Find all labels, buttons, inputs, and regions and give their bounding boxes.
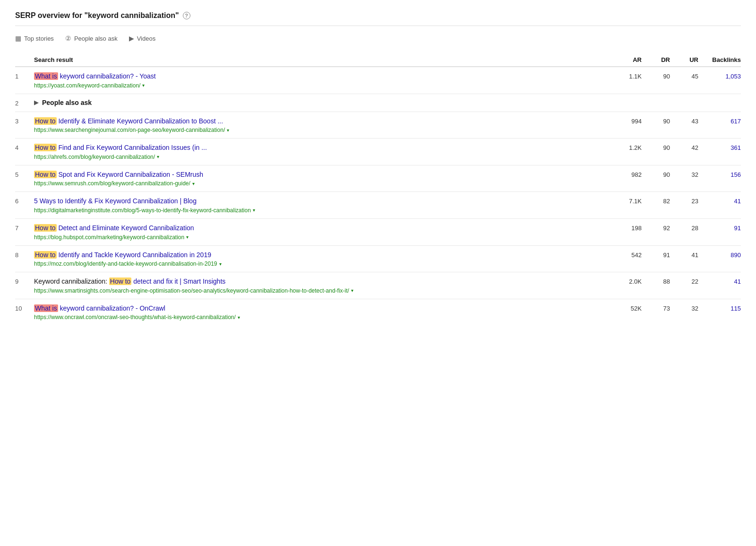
paa-content[interactable]: ▶ People also ask <box>34 99 604 106</box>
url-text: https://www.oncrawl.com/oncrawl-seo-thou… <box>34 314 236 321</box>
metric-ur: 28 <box>670 224 698 232</box>
metric-backlinks[interactable]: 41 <box>698 277 741 285</box>
top-stories-icon: ▦ <box>15 35 21 42</box>
highlight-how-to: How to <box>34 224 57 232</box>
feature-tabs: ▦ Top stories ② People also ask ▶ Videos <box>15 33 741 44</box>
metric-ar: 982 <box>604 170 642 178</box>
table-row: 7 How to Detect and Eliminate Keyword Ca… <box>15 219 741 246</box>
metric-backlinks[interactable]: 156 <box>698 170 741 178</box>
result-title[interactable]: What is keyword cannibalization? - Yoast <box>34 72 604 81</box>
metric-ur: 32 <box>670 170 698 178</box>
url-dropdown-icon[interactable]: ▾ <box>142 83 145 88</box>
tab-top-stories-label: Top stories <box>24 35 54 42</box>
table-row: 8 How to Identify and Tackle Keyword Can… <box>15 246 741 273</box>
page-title: SERP overview for "keyword cannibalizati… <box>15 11 741 20</box>
result-url[interactable]: https://www.oncrawl.com/oncrawl-seo-thou… <box>34 314 604 321</box>
result-url[interactable]: https://blog.hubspot.com/marketing/keywo… <box>34 234 604 241</box>
col-ar: AR <box>604 56 642 63</box>
result-title[interactable]: How to Find and Fix Keyword Cannibalizat… <box>34 143 604 153</box>
result-title[interactable]: How to Detect and Eliminate Keyword Cann… <box>34 224 604 233</box>
result-title[interactable]: 5 Ways to Identify & Fix Keyword Canniba… <box>34 197 604 206</box>
result-title[interactable]: How to Identify and Tackle Keyword Canni… <box>34 251 604 260</box>
url-dropdown-icon[interactable]: ▾ <box>238 315 240 320</box>
highlight-what-is: What is <box>34 304 58 312</box>
result-title-main: detect and fix it | Smart Insights <box>133 277 225 285</box>
result-content: What is keyword cannibalization? - Yoast… <box>34 72 604 89</box>
metric-ar: 994 <box>604 117 642 125</box>
tab-videos[interactable]: ▶ Videos <box>129 33 156 44</box>
row-number: 2 <box>15 99 34 107</box>
metric-ur: 45 <box>670 72 698 80</box>
result-title-main: keyword cannibalization? - Yoast <box>60 72 156 80</box>
metric-ar: 542 <box>604 251 642 259</box>
metric-ar: 2.0K <box>604 277 642 285</box>
result-url[interactable]: https://www.semrush.com/blog/keyword-can… <box>34 180 604 187</box>
tab-top-stories[interactable]: ▦ Top stories <box>15 33 54 44</box>
highlight-what-is: What is <box>34 72 58 80</box>
metric-ar: 7.1K <box>604 197 642 205</box>
result-url[interactable]: https://yoast.com/keyword-cannibalizatio… <box>34 82 604 89</box>
url-text: https://yoast.com/keyword-cannibalizatio… <box>34 82 140 89</box>
metric-backlinks[interactable]: 1,053 <box>698 72 741 80</box>
row-number: 5 <box>15 170 34 178</box>
result-content: How to Identify and Tackle Keyword Canni… <box>34 251 604 268</box>
result-content: 5 Ways to Identify & Fix Keyword Canniba… <box>34 197 604 214</box>
result-title[interactable]: What is keyword cannibalization? - OnCra… <box>34 304 604 313</box>
url-dropdown-icon[interactable]: ▾ <box>227 128 229 133</box>
metric-ar: 52K <box>604 304 642 312</box>
result-title-main: Detect and Eliminate Keyword Cannibaliza… <box>58 224 194 232</box>
tab-people-also-ask[interactable]: ② People also ask <box>65 33 118 44</box>
table-row: 6 5 Ways to Identify & Fix Keyword Canni… <box>15 192 741 219</box>
metric-ur: 22 <box>670 277 698 285</box>
metric-backlinks[interactable]: 361 <box>698 143 741 151</box>
metric-backlinks[interactable]: 41 <box>698 197 741 205</box>
row-number: 7 <box>15 224 34 232</box>
metric-ur: 41 <box>670 251 698 259</box>
result-title[interactable]: Keyword cannibalization: How to detect a… <box>34 277 604 286</box>
result-content: How to Find and Fix Keyword Cannibalizat… <box>34 143 604 160</box>
result-content: What is keyword cannibalization? - OnCra… <box>34 304 604 321</box>
highlight-how-to: How to <box>34 251 57 259</box>
row-number: 6 <box>15 197 34 205</box>
row-number: 9 <box>15 277 34 285</box>
url-text: https://digitalmarketinginstitute.com/bl… <box>34 207 251 214</box>
url-dropdown-icon[interactable]: ▾ <box>157 154 159 159</box>
url-dropdown-icon[interactable]: ▾ <box>351 288 353 293</box>
metric-dr: 73 <box>642 304 670 312</box>
paa-label: People also ask <box>42 99 92 106</box>
url-dropdown-icon[interactable]: ▾ <box>186 234 189 240</box>
metric-backlinks[interactable]: 617 <box>698 117 741 125</box>
result-title[interactable]: How to Spot and Fix Keyword Cannibalizat… <box>34 170 604 180</box>
metric-dr: 88 <box>642 277 670 285</box>
result-url[interactable]: https://www.searchenginejournal.com/on-p… <box>34 127 604 133</box>
row-number: 3 <box>15 117 34 125</box>
url-dropdown-icon[interactable]: ▾ <box>219 261 222 267</box>
result-url[interactable]: https://ahrefs.com/blog/keyword-cannibal… <box>34 154 604 160</box>
result-url[interactable]: https://www.smartinsights.com/search-eng… <box>34 287 604 294</box>
result-url[interactable]: https://digitalmarketinginstitute.com/bl… <box>34 207 604 214</box>
col-num <box>15 56 34 63</box>
url-text: https://www.semrush.com/blog/keyword-can… <box>34 180 190 187</box>
metric-backlinks[interactable]: 115 <box>698 304 741 312</box>
result-title[interactable]: How to Identify & Eliminate Keyword Cann… <box>34 117 604 126</box>
paa-expand-icon[interactable]: ▶ <box>34 99 38 106</box>
url-dropdown-icon[interactable]: ▾ <box>253 208 255 213</box>
result-title-before: Keyword cannibalization: <box>34 277 109 285</box>
result-url[interactable]: https://moz.com/blog/identify-and-tackle… <box>34 260 604 267</box>
metric-backlinks[interactable]: 91 <box>698 224 741 232</box>
url-dropdown-icon[interactable]: ▾ <box>192 181 195 186</box>
result-content: How to Spot and Fix Keyword Cannibalizat… <box>34 170 604 187</box>
metric-ur: 43 <box>670 117 698 125</box>
row-number: 10 <box>15 304 34 312</box>
row-number: 1 <box>15 72 34 80</box>
help-icon[interactable]: ? <box>183 12 190 19</box>
metric-ar: 1.1K <box>604 72 642 80</box>
table-row: 5 How to Spot and Fix Keyword Cannibaliz… <box>15 165 741 192</box>
highlight-how-to: How to <box>34 117 57 125</box>
url-text: https://www.smartinsights.com/search-eng… <box>34 287 349 294</box>
tab-people-also-ask-label: People also ask <box>74 35 118 42</box>
table-row-paa: 2 ▶ People also ask <box>15 94 741 112</box>
metric-backlinks[interactable]: 890 <box>698 251 741 259</box>
people-also-ask-icon: ② <box>65 35 71 42</box>
metric-ar: 198 <box>604 224 642 232</box>
